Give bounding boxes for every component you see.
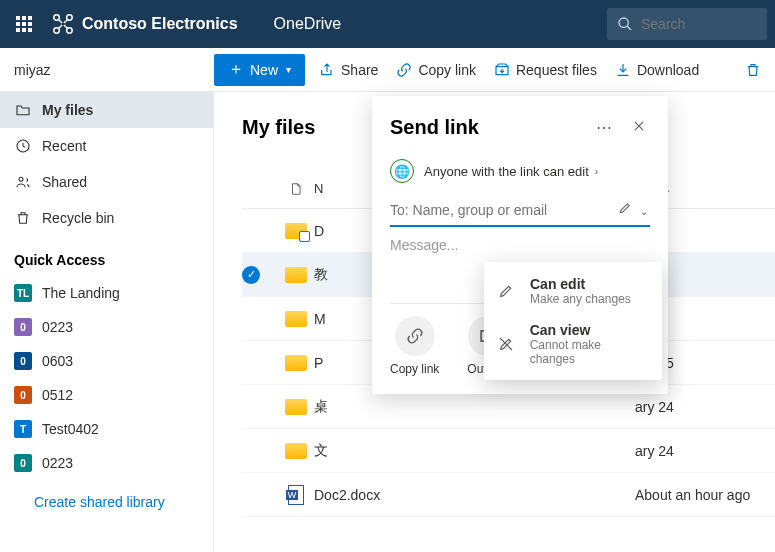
permission-title: Can view xyxy=(530,322,648,338)
user-label: miyaz xyxy=(0,62,214,78)
request-files-button[interactable]: Request files xyxy=(494,62,597,78)
close-button[interactable] xyxy=(628,115,650,141)
folder-icon xyxy=(285,311,307,327)
nav-recent[interactable]: Recent xyxy=(0,128,213,164)
chevron-right-icon: › xyxy=(595,166,598,177)
message-input[interactable]: Message... xyxy=(390,237,650,253)
search-box[interactable] xyxy=(607,8,767,40)
permission-option-edit[interactable]: Can editMake any changes xyxy=(484,268,662,314)
recycle-icon xyxy=(14,210,32,226)
request-files-icon xyxy=(494,62,510,78)
quick-access-item[interactable]: TTest0402 xyxy=(0,412,213,446)
chevron-down-icon: ⌄ xyxy=(640,206,648,217)
folder-outline-icon xyxy=(14,102,32,118)
download-label: Download xyxy=(637,62,699,78)
org-name: Contoso Electronics xyxy=(82,15,238,33)
close-icon xyxy=(632,119,646,133)
create-shared-library-link[interactable]: Create shared library xyxy=(0,480,213,510)
drone-icon xyxy=(52,13,74,35)
people-icon xyxy=(14,174,32,190)
copy-link-label: Copy link xyxy=(390,362,439,376)
quick-access-label: Test0402 xyxy=(42,421,99,437)
folder-icon xyxy=(285,267,307,283)
quick-access-item[interactable]: 00223 xyxy=(0,310,213,344)
nav-my-files[interactable]: My files xyxy=(0,92,213,128)
link-settings-button[interactable]: 🌐 Anyone with the link can edit › xyxy=(390,159,650,183)
quick-access-label: 0512 xyxy=(42,387,73,403)
delete-button[interactable] xyxy=(745,62,767,78)
svg-point-4 xyxy=(619,18,628,27)
file-modified: ary 24 xyxy=(635,443,775,459)
quick-access-item[interactable]: 00603 xyxy=(0,344,213,378)
site-tile-icon: 0 xyxy=(14,454,32,472)
file-name[interactable]: 桌 xyxy=(314,398,635,416)
word-doc-icon xyxy=(288,485,304,505)
site-tile-icon: TL xyxy=(14,284,32,302)
clock-icon xyxy=(14,138,32,154)
new-button[interactable]: ＋ New ▾ xyxy=(214,54,305,86)
permission-option-view[interactable]: Can viewCannot make changes xyxy=(484,314,662,374)
pencil-icon xyxy=(618,201,632,215)
permission-dropdown: Can editMake any changes Can viewCannot … xyxy=(484,262,662,380)
shared-folder-icon xyxy=(285,223,307,239)
more-options-button[interactable]: ⋯ xyxy=(592,114,616,141)
file-name[interactable]: 文 xyxy=(314,442,635,460)
link-icon xyxy=(396,62,412,78)
plus-icon: ＋ xyxy=(228,59,244,80)
permission-selector[interactable]: ⌄ xyxy=(618,201,648,219)
pencil-icon xyxy=(498,276,520,306)
share-label: Share xyxy=(341,62,378,78)
nav-recycle-bin[interactable]: Recycle bin xyxy=(0,200,213,236)
share-button[interactable]: Share xyxy=(319,62,378,78)
download-button[interactable]: Download xyxy=(615,62,699,78)
dialog-title: Send link xyxy=(390,116,592,139)
copy-link-label: Copy link xyxy=(418,62,476,78)
quick-access-item[interactable]: 00512 xyxy=(0,378,213,412)
quick-access-label: The Landing xyxy=(42,285,120,301)
quick-access-item[interactable]: TLThe Landing xyxy=(0,276,213,310)
site-tile-icon: T xyxy=(14,420,32,438)
quick-access-label: 0603 xyxy=(42,353,73,369)
quick-access-item[interactable]: 00223 xyxy=(0,446,213,480)
copy-link-action[interactable]: Copy link xyxy=(390,316,439,376)
quick-access-label: 0223 xyxy=(42,455,73,471)
new-button-label: New xyxy=(250,62,278,78)
site-tile-icon: 0 xyxy=(14,352,32,370)
suite-header: Contoso Electronics OneDrive xyxy=(0,0,775,48)
download-icon xyxy=(615,62,631,78)
folder-icon xyxy=(285,443,307,459)
command-bar: miyaz ＋ New ▾ Share Copy link Request fi… xyxy=(0,48,775,92)
no-edit-icon xyxy=(498,322,520,366)
site-tile-icon: 0 xyxy=(14,318,32,336)
folder-icon xyxy=(285,355,307,371)
globe-icon: 🌐 xyxy=(390,159,414,183)
search-input[interactable] xyxy=(641,16,741,32)
file-modified: About an hour ago xyxy=(635,487,775,503)
file-name[interactable]: Doc2.docx xyxy=(314,487,635,503)
site-tile-icon: 0 xyxy=(14,386,32,404)
file-icon xyxy=(278,180,314,198)
nav-label: Recycle bin xyxy=(42,210,114,226)
recipients-input[interactable] xyxy=(390,202,618,218)
checkmark-icon[interactable]: ✓ xyxy=(242,266,260,284)
org-brand[interactable]: Contoso Electronics xyxy=(52,13,238,35)
app-launcher-icon[interactable] xyxy=(8,8,40,40)
trash-icon xyxy=(745,62,761,78)
chevron-down-icon: ▾ xyxy=(286,64,291,75)
permission-subtitle: Make any changes xyxy=(530,292,631,306)
sidebar: My files Recent Shared Recycle bin Quick… xyxy=(0,92,214,552)
nav-shared[interactable]: Shared xyxy=(0,164,213,200)
svg-point-6 xyxy=(19,177,23,181)
table-row[interactable]: Doc2.docxAbout an hour ago xyxy=(242,473,775,517)
app-name[interactable]: OneDrive xyxy=(274,15,342,33)
copy-link-button[interactable]: Copy link xyxy=(396,62,476,78)
table-row[interactable]: 文ary 24 xyxy=(242,429,775,473)
quick-access-heading: Quick Access xyxy=(0,236,213,276)
nav-label: Recent xyxy=(42,138,86,154)
quick-access-label: 0223 xyxy=(42,319,73,335)
link-icon xyxy=(406,327,424,345)
file-modified: ary 24 xyxy=(635,399,775,415)
nav-label: Shared xyxy=(42,174,87,190)
permission-title: Can edit xyxy=(530,276,631,292)
link-scope-label: Anyone with the link can edit xyxy=(424,164,589,179)
